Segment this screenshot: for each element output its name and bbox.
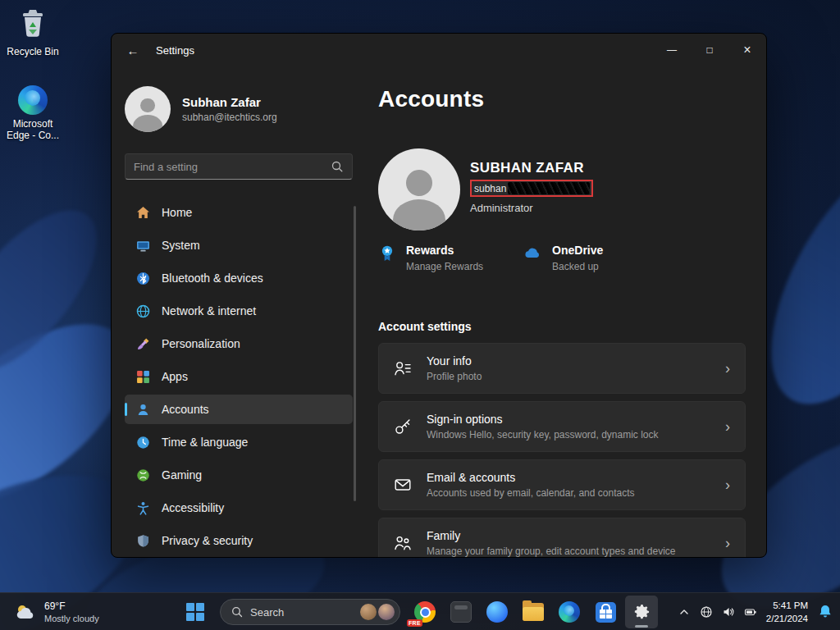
onedrive-link[interactable]: OneDrive Backed up [523, 244, 603, 272]
page-title: Accounts [378, 86, 746, 112]
file-explorer-icon [523, 603, 544, 621]
home-icon [136, 206, 150, 220]
weather-condition: Mostly cloudy [44, 614, 99, 623]
family-icon [394, 534, 412, 552]
sidebar-item-network-internet[interactable]: Network & internet [125, 296, 353, 326]
window-title: Settings [156, 44, 194, 57]
sidebar-item-gaming[interactable]: Gaming [125, 460, 353, 490]
chevron-right-icon: › [725, 418, 730, 436]
account-profile: SUBHAN ZAFAR subhan Administrator [378, 148, 746, 231]
close-button[interactable]: × [728, 34, 766, 66]
card-title: Email & accounts [427, 471, 725, 484]
sidebar-item-personalization[interactable]: Personalization [125, 329, 353, 358]
system-icon [136, 239, 150, 253]
account-role: Administrator [470, 202, 593, 214]
sidebar-item-bluetooth-devices[interactable]: Bluetooth & devices [125, 263, 353, 293]
edge-icon [559, 601, 580, 623]
app-window-icon [450, 601, 472, 623]
desktop-icon-label: Recycle Bin [7, 46, 58, 57]
rewards-icon [378, 244, 396, 262]
accounts-icon [136, 403, 150, 417]
taskbar: 69°F Mostly cloudy Search [0, 592, 840, 630]
settings-search[interactable] [125, 153, 353, 180]
taskbar-app-window[interactable] [445, 596, 477, 628]
maximize-button[interactable]: □ [691, 34, 728, 66]
taskbar-search[interactable]: Search [220, 599, 400, 625]
search-icon [331, 160, 344, 173]
weather-cloud-icon [13, 602, 38, 622]
sidebar-item-label: Accessibility [162, 501, 224, 514]
card-family[interactable]: Family Manage your family group, edit ac… [378, 518, 746, 558]
weather-widget[interactable]: 69°F Mostly cloudy [7, 593, 106, 630]
user-name: Subhan Zafar [182, 95, 277, 109]
taskbar-app-blue[interactable] [481, 596, 514, 628]
card-title: Family [427, 529, 725, 542]
chevron-right-icon: › [725, 360, 730, 377]
sidebar-item-label: Apps [162, 370, 188, 383]
sidebar-item-system[interactable]: System [125, 231, 353, 260]
sidebar-item-label: Network & internet [162, 304, 256, 317]
sidebar-item-time-language[interactable]: Time & language [125, 427, 353, 457]
search-highlight-image [378, 604, 395, 620]
section-title: Account settings [378, 320, 746, 333]
taskbar-edge[interactable] [553, 596, 586, 628]
privacy-icon [136, 534, 150, 548]
sidebar-item-apps[interactable]: Apps [125, 362, 353, 391]
taskbar-settings[interactable] [625, 596, 658, 628]
sidebar-item-label: System [162, 239, 200, 252]
clock-time: 5:41 PM [766, 599, 808, 612]
sidebar-item-label: Privacy & security [162, 534, 253, 547]
sidebar-profile[interactable]: Subhan Zafar subhan@itechtics.org [125, 86, 353, 132]
apps-icon [136, 370, 150, 384]
volume-icon[interactable] [722, 605, 735, 619]
search-icon [231, 605, 244, 619]
back-arrow-icon: ← [127, 43, 139, 57]
start-button[interactable] [179, 596, 212, 628]
time-language-icon [136, 436, 150, 450]
desktop-icon-recycle-bin[interactable]: Recycle Bin [2, 7, 64, 57]
user-email: subhan@itechtics.org [182, 112, 277, 123]
chevron-right-icon: › [725, 477, 730, 494]
gaming-icon [136, 468, 150, 482]
search-highlight-image [360, 604, 377, 620]
sidebar-item-label: Time & language [162, 436, 248, 449]
card-sign-in-options[interactable]: Sign-in options Windows Hello, security … [378, 401, 746, 452]
sidebar-item-home[interactable]: Home [125, 198, 353, 227]
desktop-icon-edge[interactable]: Microsoft Edge - Co... [2, 85, 64, 142]
desktop: Recycle Bin Microsoft Edge - Co... ← Set… [0, 0, 840, 630]
card-your-info[interactable]: Your info Profile photo › [378, 343, 746, 394]
minimize-button[interactable]: — [653, 34, 691, 66]
sidebar-item-label: Bluetooth & devices [162, 272, 263, 285]
tray-chevron-up-icon[interactable] [678, 605, 691, 619]
onedrive-subtitle: Backed up [552, 261, 603, 272]
taskbar-file-explorer[interactable] [517, 596, 550, 628]
windows-logo-icon [186, 603, 204, 621]
maximize-icon: □ [706, 44, 712, 56]
settings-nav: Home System [125, 198, 353, 555]
onedrive-icon [523, 244, 542, 262]
taskbar-store[interactable] [589, 596, 622, 628]
rewards-subtitle: Manage Rewards [406, 261, 483, 272]
card-subtitle: Windows Hello, security key, password, d… [427, 429, 725, 441]
sidebar-item-label: Personalization [162, 337, 240, 350]
email-visible-part: subhan [472, 183, 506, 194]
network-tray-icon[interactable] [700, 605, 713, 619]
sidebar-item-accounts[interactable]: Accounts [125, 395, 353, 424]
key-icon [394, 418, 412, 436]
avatar-large[interactable] [378, 148, 460, 231]
clock-date: 2/21/2024 [766, 612, 808, 625]
rewards-link[interactable]: Rewards Manage Rewards [378, 244, 483, 272]
card-email-accounts[interactable]: Email & accounts Accounts used by email,… [378, 459, 746, 510]
sidebar-item-accessibility[interactable]: Accessibility [125, 493, 353, 523]
accessibility-icon [136, 501, 150, 515]
sidebar-item-label: Accounts [162, 403, 209, 416]
sidebar-item-privacy-security[interactable]: Privacy & security [125, 526, 353, 555]
taskbar-app-chrome[interactable]: FRE [409, 596, 441, 628]
battery-icon[interactable] [744, 605, 757, 619]
taskbar-clock[interactable]: 5:41 PM 2/21/2024 [766, 599, 808, 625]
back-button[interactable]: ← [116, 35, 149, 65]
notification-bell-icon[interactable] [817, 604, 833, 620]
search-input[interactable] [134, 161, 331, 173]
sidebar-scrollbar[interactable] [354, 206, 356, 501]
card-subtitle: Accounts used by email, calendar, and co… [427, 487, 725, 499]
